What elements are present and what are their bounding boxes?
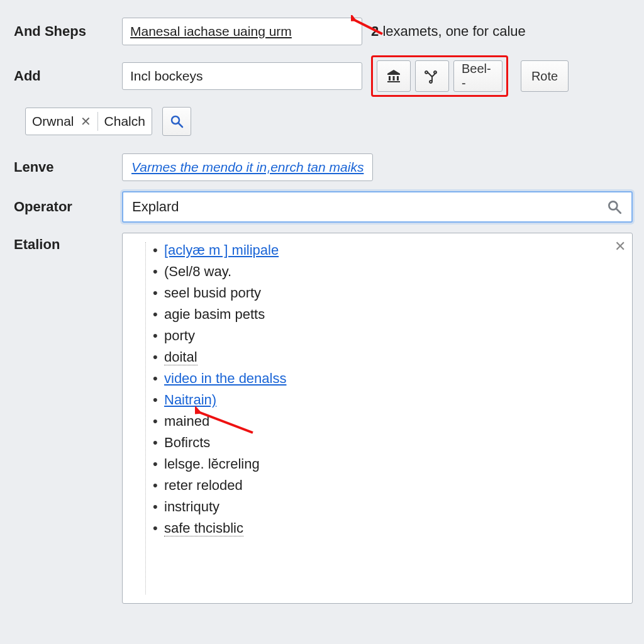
row-operator: Operator Explard [14,191,633,223]
list-item[interactable]: lelsge. lĕcreling [153,453,621,475]
tag-divider [97,112,98,131]
toolbar-branch-button[interactable] [415,60,449,92]
list-item[interactable]: [aclyæ m ] milipale [153,240,621,261]
list-item-text: [aclyæ m ] milipale [164,242,279,258]
row-and-sheps: And Sheps Manesal iachase uaing urm 2 le… [14,18,633,45]
list-item[interactable]: safe thcisblic [153,518,621,539]
list-item[interactable]: seel busid porty [153,282,621,304]
bank-icon [386,69,401,84]
list-item[interactable]: video in the denalss [153,368,621,389]
list-item[interactable]: Bofircts [153,432,621,453]
orwnal-chalch-tag[interactable]: Orwnal ✕ Chalch [25,108,152,135]
results-panel: ✕ [aclyæ m ] milipale(Sel/8 way.seel bus… [122,233,633,604]
rote-button[interactable]: Rote [521,60,569,92]
list-item[interactable]: (Sel/8 way. [153,261,621,282]
list-item[interactable]: mained [153,411,621,432]
close-icon[interactable]: ✕ [80,114,91,129]
and-sheps-input[interactable]: Manesal iachase uaing urm [122,18,362,45]
list-item-text: Bofircts [164,435,210,450]
helper-text: 2 lexamets, one for calue [371,23,526,40]
list-item-text: seel busid porty [164,285,261,301]
rote-label: Rote [531,69,558,84]
results-list: [aclyæ m ] milipale(Sel/8 way.seel busid… [153,240,621,539]
search-icon [606,199,623,215]
and-sheps-value: Manesal iachase uaing urm [130,24,292,39]
tag-part-a: Orwnal [32,114,74,129]
tag-part-b: Chalch [104,114,145,129]
row-add: Add Incl bockeys Beel-- Rote [14,55,633,97]
list-item[interactable]: reter reloded [153,475,621,496]
list-item-text: porty [164,328,195,343]
row-lenve: Lenve Varmes the mendo it inˌenrch tan m… [14,153,633,181]
helper-prefix: 2 [371,23,379,39]
toolbar-beel-button[interactable]: Beel-- [453,60,502,92]
toolbar-beel-label: Beel-- [462,62,494,91]
operator-value: Explard [132,199,179,215]
label-add: Add [14,68,122,84]
list-item[interactable]: agie basim petts [153,304,621,325]
label-operator: Operator [14,199,122,215]
add-value: Incl bockeys [130,69,203,84]
highlighted-toolbar: Beel-- [371,55,508,97]
add-input[interactable]: Incl bockeys [122,62,362,90]
list-item-text: safe thcisblic [164,520,243,536]
tag-row: Orwnal ✕ Chalch [25,107,633,136]
operator-input[interactable]: Explard [122,191,633,223]
search-button[interactable] [162,107,191,136]
list-item[interactable]: doital [153,347,621,368]
list-item-text: instriquty [164,499,219,514]
list-item-text: (Sel/8 way. [164,264,231,279]
list-item-text: reter reloded [164,477,243,493]
list-item[interactable]: instriquty [153,496,621,518]
list-item-text: Naitrain) [164,392,216,408]
list-item-text: lelsge. lĕcreling [164,456,260,472]
branch-icon [425,69,440,84]
toolbar-bank-button[interactable] [377,60,411,92]
list-item-text: agie basim petts [164,306,265,322]
list-item-text: video in the denalss [164,370,286,386]
svg-line-3 [616,209,621,213]
results-rule [145,242,146,594]
helper-rest: lexamets, one for calue [382,23,525,39]
search-icon [169,114,184,129]
label-and-sheps: And Sheps [14,23,122,40]
lenve-hint[interactable]: Varmes the mendo it inˌenrch tan maiks [122,153,373,181]
label-lenve: Lenve [14,159,122,175]
list-item[interactable]: porty [153,325,621,347]
svg-line-1 [179,123,182,127]
list-item-text: doital [164,349,197,365]
list-item-text: mained [164,413,209,429]
label-etalion: Etalion [14,233,122,253]
list-item[interactable]: Naitrain) [153,389,621,411]
row-etalion: Etalion ✕ [aclyæ m ] milipale(Sel/8 way.… [14,233,633,604]
lenve-hint-text: Varmes the mendo it inˌenrch tan maiks [131,160,364,175]
